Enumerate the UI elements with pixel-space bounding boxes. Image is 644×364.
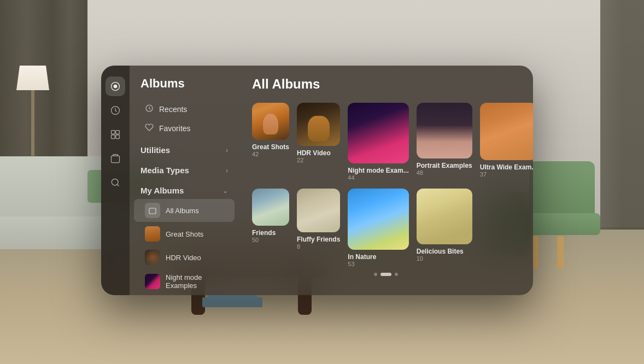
all-albums-thumb	[145, 203, 160, 218]
scroll-dot-3	[395, 273, 398, 276]
album-cover-delicious	[417, 189, 472, 244]
media-types-title: Media Types	[140, 166, 189, 175]
album-name-fluffy: Fluffy Friends	[297, 236, 340, 243]
favorites-icon	[145, 123, 154, 133]
album-count-nature: 53	[348, 261, 408, 267]
night-mode-thumb	[145, 274, 160, 289]
albums-panel-title: Albums	[130, 77, 239, 99]
album-name-friends: Friends	[252, 229, 289, 237]
album-cover-friends	[252, 189, 289, 226]
album-name-night-mode: Night mode Exam...	[348, 167, 408, 174]
scroll-indicator	[252, 267, 520, 276]
album-card-night-mode[interactable]: Night mode Exam... 44	[348, 103, 408, 181]
recents-label: Recents	[159, 105, 187, 114]
album-name-ultra-wide: Ultra Wide Exam...	[480, 163, 533, 171]
album-count-ultra-wide: 37	[480, 171, 533, 178]
album-cover-ultra-wide	[480, 103, 533, 160]
hdr-video-thumb	[145, 250, 160, 265]
portrait-examples-item[interactable]: Portrait Examples	[134, 294, 235, 295]
svg-rect-3	[112, 131, 115, 134]
books	[202, 297, 268, 310]
all-albums-item[interactable]: All Albums	[134, 199, 235, 222]
media-types-chevron-icon: ›	[226, 167, 228, 174]
utilities-section-header[interactable]: Utilities ›	[130, 138, 239, 158]
favorites-label: Favorites	[159, 124, 191, 133]
scroll-dot-1	[374, 273, 377, 276]
albums-tab-icon[interactable]	[106, 149, 125, 168]
main-content: All Albums Great Shots 42 HDR Video 22	[239, 66, 533, 295]
night-mode-label: Night mode Examples	[166, 273, 224, 290]
photos-app-window: Albums Recents Favorites Utilities ›	[101, 66, 533, 295]
album-card-fluffy[interactable]: Fluffy Friends 8	[297, 189, 340, 267]
album-name-great-shots: Great Shots	[252, 143, 289, 151]
hdr-video-item[interactable]: HDR Video	[134, 246, 235, 269]
svg-point-1	[114, 85, 118, 89]
album-card-portrait[interactable]: Portrait Examples 48	[417, 103, 472, 181]
album-card-nature[interactable]: In Nature 53	[348, 189, 408, 267]
sidebar-icons	[101, 66, 130, 295]
media-types-section-header[interactable]: Media Types ›	[130, 158, 239, 178]
svg-rect-10	[149, 208, 156, 214]
svg-rect-7	[112, 156, 120, 163]
album-card-hdr-video[interactable]: HDR Video 22	[297, 103, 340, 181]
memories-tab-icon[interactable]	[106, 101, 125, 120]
utilities-chevron-icon: ›	[226, 146, 228, 154]
album-card-delicious[interactable]: Delicious Bites 10	[417, 189, 472, 267]
albums-panel: Albums Recents Favorites Utilities ›	[130, 66, 239, 295]
album-count-hdr-video: 22	[297, 157, 340, 163]
album-cover-night-mode	[348, 103, 408, 163]
lamp	[16, 66, 49, 162]
great-shots-label: Great Shots	[166, 230, 203, 238]
utilities-title: Utilities	[140, 145, 170, 155]
arm-chair	[524, 161, 611, 271]
hdr-video-label: HDR Video	[166, 254, 201, 262]
album-count-great-shots: 42	[252, 151, 289, 157]
recents-nav-item[interactable]: Recents	[134, 99, 235, 119]
svg-rect-6	[116, 135, 120, 139]
album-cover-hdr-video	[297, 103, 340, 146]
recents-icon	[145, 104, 154, 114]
album-cover-great-shots	[252, 103, 289, 140]
svg-rect-4	[116, 131, 120, 134]
album-name-nature: In Nature	[348, 253, 408, 261]
great-shots-item[interactable]: Great Shots	[134, 222, 235, 245]
main-content-title: All Albums	[252, 77, 520, 92]
all-albums-label: All Albums	[166, 207, 199, 215]
album-count-fluffy: 8	[297, 243, 340, 250]
album-name-hdr-video: HDR Video	[297, 149, 340, 157]
album-name-delicious: Delicious Bites	[417, 248, 472, 255]
album-cover-nature	[348, 189, 408, 249]
svg-point-8	[112, 179, 118, 185]
album-cover-portrait	[417, 103, 472, 158]
night-mode-item[interactable]: Night mode Examples	[134, 269, 235, 293]
photos-tab-icon[interactable]	[106, 77, 125, 96]
scroll-dot-2	[380, 273, 391, 276]
my-albums-section-header[interactable]: My Albums ⌄	[130, 178, 239, 198]
album-card-friends[interactable]: Friends 50	[252, 189, 289, 267]
album-count-night-mode: 44	[348, 174, 408, 181]
my-albums-title: My Albums	[140, 186, 184, 195]
search-tab-icon[interactable]	[106, 173, 125, 192]
albums-grid: Great Shots 42 HDR Video 22 Night mode E…	[252, 103, 520, 267]
svg-rect-5	[112, 135, 115, 139]
album-name-portrait: Portrait Examples	[417, 162, 472, 169]
album-count-friends: 50	[252, 237, 289, 243]
library-tab-icon[interactable]	[106, 125, 125, 144]
album-card-great-shots[interactable]: Great Shots 42	[252, 103, 289, 181]
great-shots-thumb	[145, 226, 160, 242]
album-cover-fluffy	[297, 189, 340, 232]
album-count-portrait: 48	[417, 169, 472, 176]
my-albums-chevron-icon: ⌄	[223, 187, 228, 195]
album-count-delicious: 10	[417, 255, 472, 262]
favorites-nav-item[interactable]: Favorites	[134, 119, 235, 138]
album-card-ultra-wide[interactable]: Ultra Wide Exam... 37	[480, 103, 533, 181]
